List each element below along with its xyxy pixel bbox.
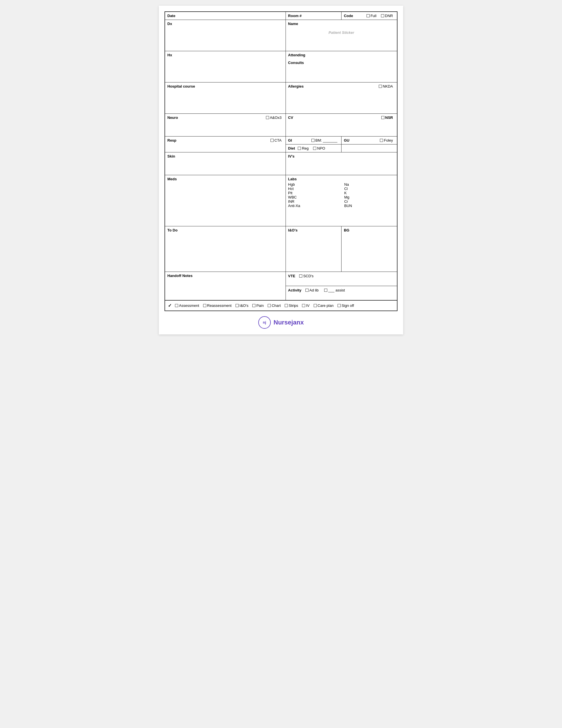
resp-label: Resp	[167, 138, 177, 142]
full-checkbox-item[interactable]: Full	[366, 14, 376, 18]
io-label: I&O's	[288, 228, 297, 232]
chart-checkbox[interactable]	[268, 304, 271, 307]
labs-label: Labs	[288, 177, 395, 181]
logo-janx: janx	[291, 319, 304, 326]
nkda-checkbox-item[interactable]: NKDA	[379, 84, 393, 88]
assessment-checkbox[interactable]	[175, 304, 178, 307]
gu-label: GU	[344, 138, 349, 142]
reassessment-checkbox-item[interactable]: Reassessment	[203, 303, 232, 308]
hx-label: Hx	[167, 53, 172, 57]
signoff-checkbox[interactable]	[337, 304, 341, 307]
footer-checks: ✓ Assessment Reassessment I&O's	[168, 303, 394, 308]
labs-inr: INR	[288, 199, 339, 204]
assessment-checkbox-item[interactable]: Assessment	[175, 303, 199, 308]
foley-label: Foley	[384, 138, 393, 142]
chart-label: Chart	[272, 303, 281, 308]
cv-cell: CV NSR	[285, 114, 397, 137]
strips-checkbox[interactable]	[285, 304, 288, 307]
gi-cell: GI BM: _______	[285, 137, 341, 144]
logo-text: Nursejanx	[274, 319, 304, 326]
adlib-checkbox[interactable]	[305, 289, 308, 292]
labs-grid: Hgb Hct Plt WBC INR Anti-Xa Na Cl K Mg C…	[288, 182, 395, 208]
reg-label: Reg	[302, 146, 308, 150]
attending-label: Attending	[288, 53, 305, 57]
aox3-checkbox[interactable]	[266, 116, 269, 119]
adlib-label: Ad lib	[309, 288, 319, 292]
cta-checkbox-item[interactable]: CTA	[271, 138, 281, 142]
skin-cell: Skin	[165, 152, 285, 175]
dnr-label: DNR	[385, 14, 393, 18]
checkmark: ✓	[168, 303, 172, 308]
strips-label: Strips	[289, 303, 298, 308]
assist-checkbox[interactable]	[324, 289, 327, 292]
labs-bun: BUN	[344, 204, 395, 208]
pain-checkbox[interactable]	[252, 304, 256, 307]
careplan-label: Care plan	[318, 303, 333, 308]
adlib-checkbox-item[interactable]: Ad lib	[305, 288, 319, 292]
ivs-cell: IV's	[285, 152, 397, 175]
aox3-checkbox-item[interactable]: A&Ox3	[266, 115, 281, 120]
bg-label: BG	[344, 228, 349, 232]
name-label: Name	[288, 22, 298, 26]
handoff-cell: Handoff Notes	[165, 272, 285, 300]
nsr-checkbox-item[interactable]: NSR	[381, 115, 393, 120]
io-cell: I&O's	[285, 226, 341, 272]
dnr-checkbox-item[interactable]: DNR	[381, 14, 393, 18]
careplan-checkbox[interactable]	[314, 304, 317, 307]
footer-row: ✓ Assessment Reassessment I&O's	[165, 300, 397, 311]
signoff-checkbox-item[interactable]: Sign off	[337, 303, 354, 308]
full-label: Full	[370, 14, 376, 18]
scds-checkbox[interactable]	[299, 274, 302, 278]
labs-cell: Labs Hgb Hct Plt WBC INR Anti-Xa Na Cl K	[285, 175, 397, 226]
foley-checkbox[interactable]	[380, 139, 383, 142]
npo-checkbox[interactable]	[313, 147, 316, 150]
bm-label: BM: _______	[315, 138, 337, 142]
skin-label: Skin	[167, 154, 175, 158]
npo-label: NPO	[317, 146, 325, 150]
meds-label: Meds	[167, 177, 177, 181]
chart-checkbox-item[interactable]: Chart	[268, 303, 281, 308]
patient-sticker: Patient Sticker	[288, 28, 395, 38]
nsr-checkbox[interactable]	[381, 116, 384, 119]
reg-checkbox-item[interactable]: Reg	[298, 146, 308, 150]
labs-na: Na	[344, 182, 395, 187]
assessment-label: Assessment	[179, 303, 199, 308]
bm-checkbox[interactable]	[311, 139, 314, 142]
cta-label: CTA	[275, 138, 281, 142]
hospital-course-label: Hospital course	[167, 84, 195, 88]
npo-checkbox-item[interactable]: NPO	[313, 146, 325, 150]
hospital-course-cell: Hospital course	[165, 82, 285, 114]
pain-checkbox-item[interactable]: Pain	[252, 303, 264, 308]
logo-area: nj Nursejanx	[165, 316, 397, 329]
io-footer-checkbox[interactable]	[236, 304, 239, 307]
bm-checkbox-item[interactable]: BM: _______	[311, 138, 337, 142]
iv-footer-checkbox[interactable]	[302, 304, 305, 307]
assist-checkbox-item[interactable]: ___ assist	[324, 288, 345, 292]
reassessment-checkbox[interactable]	[203, 304, 206, 307]
cta-checkbox[interactable]	[271, 139, 274, 142]
date-label: Date	[167, 14, 175, 18]
pain-label: Pain	[256, 303, 264, 308]
dnr-checkbox[interactable]	[381, 14, 384, 17]
reg-checkbox[interactable]	[298, 147, 301, 150]
full-checkbox[interactable]	[366, 14, 370, 17]
diet-cell: Diet Reg NPO	[285, 144, 341, 152]
iv-footer-label: IV	[306, 303, 309, 308]
iv-checkbox-item[interactable]: IV	[302, 303, 309, 308]
todo-label: To Do	[167, 228, 178, 232]
labs-hct: Hct	[288, 187, 339, 191]
io-checkbox-item[interactable]: I&O's	[236, 303, 248, 308]
logo-nurse: Nurse	[274, 319, 291, 326]
diet-label: Diet	[288, 146, 295, 150]
assist-label: ___ assist	[328, 288, 345, 292]
labs-hgb: Hgb	[288, 182, 339, 187]
nsr-label: NSR	[385, 115, 393, 120]
labs-mg: Mg	[344, 195, 395, 199]
nkda-checkbox[interactable]	[379, 85, 382, 88]
foley-checkbox-item[interactable]: Foley	[380, 138, 393, 142]
careplan-checkbox-item[interactable]: Care plan	[314, 303, 333, 308]
bg-cell: BG	[341, 226, 397, 272]
strips-checkbox-item[interactable]: Strips	[285, 303, 298, 308]
handoff-label: Handoff Notes	[167, 274, 193, 278]
scds-checkbox-item[interactable]: SCD's	[299, 274, 313, 278]
